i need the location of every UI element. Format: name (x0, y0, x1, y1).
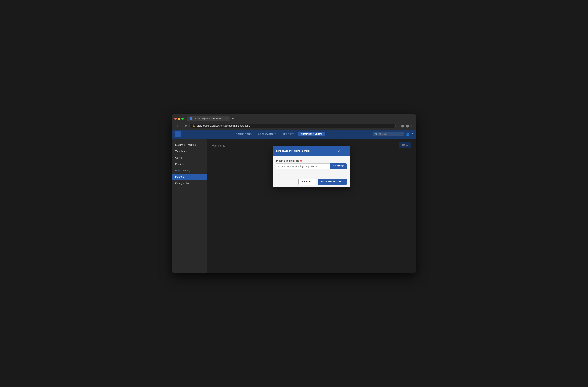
sidebar-item-templates[interactable]: Templates (172, 148, 207, 154)
page-layout: Metrics & Tracking Templates Users Plugi… (172, 139, 416, 273)
upload-modal: UPLOAD PLUGIN BUNDLE ⤢ ✕ Plugin Bundle j… (273, 146, 350, 187)
sidebar: Metrics & Tracking Templates Users Plugi… (172, 139, 207, 273)
start-upload-label: START UPLOAD (324, 180, 343, 183)
close-traffic-light[interactable] (174, 118, 177, 120)
modal-header: UPLOAD PLUGIN BUNDLE ⤢ ✕ (273, 146, 350, 156)
active-tab[interactable]: F Parser Plugins : Fortify Softwar... ✕ (187, 116, 230, 121)
browser-window: F Parser Plugins : Fortify Softwar... ✕ … (172, 114, 416, 273)
logo-letter: F (177, 132, 179, 136)
app-header-right: 🔍 Search 👤 ? (373, 132, 413, 137)
sidebar-item-configuration[interactable]: Configuration (172, 180, 207, 186)
back-button[interactable]: ‹ (176, 123, 179, 128)
maximize-traffic-light[interactable] (181, 118, 184, 120)
browse-button[interactable]: BROWSE (330, 163, 347, 169)
info-icon[interactable]: ℹ (399, 124, 399, 127)
sidebar-item-bug-tracking[interactable]: Bug Tracking (172, 167, 207, 174)
nav-administration[interactable]: ADMINISTRATION (298, 132, 325, 136)
sidebar-item-users[interactable]: Users (172, 154, 207, 161)
tab-title: Parser Plugins : Fortify Softwar... (194, 118, 224, 120)
browser-addressbar: ‹ › ↻ 🔒 fortify.example.org/ssc/html/ssc… (174, 123, 414, 130)
browser-tabs: F Parser Plugins : Fortify Softwar... ✕ … (187, 116, 414, 121)
nav-dashboard[interactable]: DASHBOARD (233, 132, 254, 136)
upload-icon: ⊕ (321, 180, 323, 183)
browser-chrome: F Parser Plugins : Fortify Softwar... ✕ … (172, 114, 416, 130)
nav-applications[interactable]: APPLICATIONS (255, 132, 279, 136)
new-tab-button[interactable]: + (231, 116, 235, 121)
minimize-traffic-light[interactable] (178, 118, 180, 120)
modal-close-button[interactable]: ✕ (343, 149, 347, 153)
forward-button[interactable]: › (180, 123, 183, 128)
browser-titlebar: F Parser Plugins : Fortify Softwar... ✕ … (174, 116, 414, 121)
menu-icon[interactable]: ≡ (410, 124, 412, 127)
extension-icon[interactable]: ⬤ (401, 124, 404, 127)
tab-favicon: F (189, 117, 192, 120)
modal-footer: CANCEL ⊕ START UPLOAD (273, 176, 350, 187)
url-text: fortify.example.org/ssc/html/ssc/admin/p… (196, 124, 250, 127)
help-icon[interactable]: ? (411, 132, 413, 136)
search-icon: 🔍 (375, 133, 378, 136)
secure-icon: 🔒 (192, 124, 195, 127)
main-content: Parsers NEW You have not yet configured … (207, 139, 416, 273)
user-icon[interactable]: 👤 (406, 132, 409, 136)
search-placeholder: Search (379, 133, 387, 136)
sidebar-item-plugins[interactable]: Plugins (172, 161, 207, 167)
plugin-bundle-input[interactable] (276, 163, 330, 169)
plugin-bundle-form-group: Plugin Bundle jar file ★ BROWSE (276, 160, 347, 169)
modal-expand-button[interactable]: ⤢ (337, 149, 341, 153)
modal-body: Plugin Bundle jar file ★ BROWSE (273, 156, 350, 176)
file-input-row: BROWSE (276, 163, 347, 169)
search-box[interactable]: 🔍 Search (373, 132, 404, 137)
profile-icon[interactable]: ⬤ (406, 124, 409, 127)
modal-header-actions: ⤢ ✕ (337, 149, 347, 153)
address-bar[interactable]: 🔒 fortify.example.org/ssc/html/ssc/admin… (189, 123, 395, 128)
cancel-button[interactable]: CANCEL (298, 179, 316, 185)
nav-reports[interactable]: REPORTS (280, 132, 297, 136)
app-content: F DASHBOARD APPLICATIONS REPORTS ADMINIS… (172, 130, 416, 273)
modal-title: UPLOAD PLUGIN BUNDLE (276, 149, 313, 153)
app-logo: F (175, 131, 181, 137)
app-header: F DASHBOARD APPLICATIONS REPORTS ADMINIS… (172, 130, 416, 139)
sidebar-item-metrics-tracking[interactable]: Metrics & Tracking (172, 142, 207, 148)
plugin-bundle-label: Plugin Bundle jar file ★ (276, 160, 347, 162)
modal-overlay: UPLOAD PLUGIN BUNDLE ⤢ ✕ Plugin Bundle j… (207, 139, 416, 273)
browser-actions: ℹ ⬤ ⬤ ≡ (399, 124, 412, 127)
required-indicator: ★ (300, 160, 302, 162)
sidebar-item-parsers[interactable]: Parsers (172, 174, 207, 180)
start-upload-button[interactable]: ⊕ START UPLOAD (318, 179, 347, 185)
reload-button[interactable]: ↻ (184, 123, 188, 128)
app-nav: DASHBOARD APPLICATIONS REPORTS ADMINISTR… (185, 132, 373, 136)
tab-close-icon[interactable]: ✕ (225, 117, 228, 120)
traffic-lights (174, 118, 184, 120)
